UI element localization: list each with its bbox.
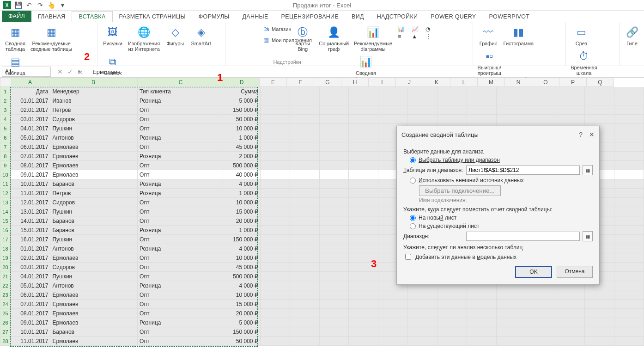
- cell[interactable]: [378, 87, 408, 96]
- column-header-L[interactable]: L: [450, 78, 478, 87]
- cell[interactable]: 1 000 ₽: [223, 226, 261, 235]
- cell[interactable]: [585, 318, 614, 327]
- cell[interactable]: 08.01.2017: [11, 161, 51, 170]
- cell[interactable]: 500 000 ₽: [223, 161, 261, 170]
- cell[interactable]: 14.01.2017: [11, 216, 51, 226]
- cell[interactable]: [614, 152, 644, 161]
- cell[interactable]: [526, 309, 556, 318]
- cell[interactable]: [497, 318, 526, 327]
- cell[interactable]: [585, 309, 614, 318]
- cell[interactable]: [320, 198, 349, 207]
- row-header[interactable]: 25: [0, 309, 11, 318]
- cell[interactable]: Опт: [138, 216, 223, 226]
- column-header-O[interactable]: O: [532, 78, 559, 87]
- cell[interactable]: [614, 170, 644, 179]
- cell[interactable]: 04.01.2017: [11, 272, 51, 281]
- cell[interactable]: 15 000 ₽: [223, 207, 261, 216]
- cell[interactable]: [290, 244, 320, 253]
- pie-chart-icon[interactable]: ◔: [425, 26, 438, 32]
- cell[interactable]: Опт: [138, 115, 223, 124]
- cell[interactable]: [614, 216, 644, 226]
- cell[interactable]: [614, 161, 644, 170]
- cell[interactable]: [467, 309, 497, 318]
- column-header-H[interactable]: H: [341, 78, 369, 87]
- cell[interactable]: [261, 87, 290, 96]
- cell[interactable]: [614, 318, 644, 327]
- row-header[interactable]: 27: [0, 327, 11, 337]
- cell[interactable]: [290, 142, 320, 152]
- sparkline-line-button[interactable]: 〰График: [476, 24, 501, 47]
- cell[interactable]: [408, 115, 437, 124]
- cell[interactable]: Розница: [138, 179, 223, 189]
- cell[interactable]: [497, 87, 526, 96]
- cell[interactable]: Опт: [138, 290, 223, 300]
- cell[interactable]: [320, 207, 349, 216]
- cell[interactable]: [408, 337, 437, 346]
- cell[interactable]: 15.01.2017: [11, 226, 51, 235]
- cell[interactable]: 5 000 ₽: [223, 96, 261, 105]
- cell[interactable]: 10.01.2017: [11, 327, 51, 337]
- cell[interactable]: [497, 337, 526, 346]
- bar-chart-icon[interactable]: ≡: [398, 33, 411, 40]
- touch-mode-icon[interactable]: 👆: [47, 1, 55, 9]
- cell[interactable]: [320, 96, 349, 105]
- row-header[interactable]: 4: [0, 115, 11, 124]
- cell[interactable]: [320, 263, 349, 272]
- shapes-button[interactable]: ◇Фигуры: [163, 24, 188, 47]
- row-header[interactable]: 28: [0, 337, 11, 346]
- cell[interactable]: 05.01.2017: [11, 133, 51, 142]
- cell[interactable]: [349, 115, 378, 124]
- cancel-button[interactable]: Отмена: [557, 266, 593, 278]
- cell[interactable]: [555, 290, 585, 300]
- place-range-input[interactable]: [466, 232, 580, 241]
- tab-view[interactable]: ВИД: [345, 12, 371, 22]
- cell[interactable]: [467, 96, 497, 105]
- cell[interactable]: Опт: [138, 142, 223, 152]
- cell[interactable]: [585, 115, 614, 124]
- cell[interactable]: [349, 290, 378, 300]
- cell[interactable]: [614, 115, 644, 124]
- row-header[interactable]: 9: [0, 161, 11, 170]
- cell[interactable]: [261, 337, 290, 346]
- cell[interactable]: [378, 115, 408, 124]
- cell[interactable]: [290, 105, 320, 115]
- sparkline-column-button[interactable]: ▮▮Гистограмма: [502, 24, 536, 47]
- cell[interactable]: [349, 337, 378, 346]
- cell[interactable]: [437, 290, 467, 300]
- row-header[interactable]: 7: [0, 142, 11, 152]
- range-input[interactable]: [466, 166, 580, 175]
- cell[interactable]: Опт: [138, 337, 223, 346]
- column-header-E[interactable]: E: [260, 78, 287, 87]
- recommended-charts-button[interactable]: 📊Рекомендуемые diаграммы: [352, 24, 394, 53]
- cell[interactable]: [555, 300, 585, 309]
- cell[interactable]: [408, 327, 437, 337]
- cell[interactable]: 45 000 ₽: [223, 142, 261, 152]
- cell[interactable]: [437, 105, 467, 115]
- row-header[interactable]: 20: [0, 263, 11, 272]
- cell[interactable]: Антонов: [50, 133, 138, 142]
- cell[interactable]: Пушкин: [50, 124, 138, 133]
- cell[interactable]: Сидоров: [50, 115, 138, 124]
- cell[interactable]: [614, 179, 644, 189]
- cell[interactable]: 12.01.2017: [11, 198, 51, 207]
- cell[interactable]: [614, 309, 644, 318]
- cell[interactable]: [261, 142, 290, 152]
- add-to-model-checkbox[interactable]: [405, 254, 411, 260]
- cell[interactable]: [555, 105, 585, 115]
- bing-maps-button[interactable]: ⓑКарты Bing: [290, 24, 315, 53]
- cell[interactable]: [290, 337, 320, 346]
- cell[interactable]: [614, 337, 644, 346]
- cell[interactable]: [408, 87, 437, 96]
- cell[interactable]: [467, 327, 497, 337]
- cell[interactable]: 4 000 ₽: [223, 281, 261, 290]
- cell[interactable]: [320, 152, 349, 161]
- column-header-A[interactable]: A: [11, 78, 49, 87]
- scatter-chart-icon[interactable]: ⋮: [425, 33, 438, 40]
- line-chart-icon[interactable]: 📈: [412, 26, 425, 32]
- cell[interactable]: [320, 105, 349, 115]
- cell[interactable]: [585, 327, 614, 337]
- cell[interactable]: Ермолаев: [50, 170, 138, 179]
- cell[interactable]: Опт: [138, 272, 223, 281]
- cell[interactable]: [261, 198, 290, 207]
- cell[interactable]: [408, 290, 437, 300]
